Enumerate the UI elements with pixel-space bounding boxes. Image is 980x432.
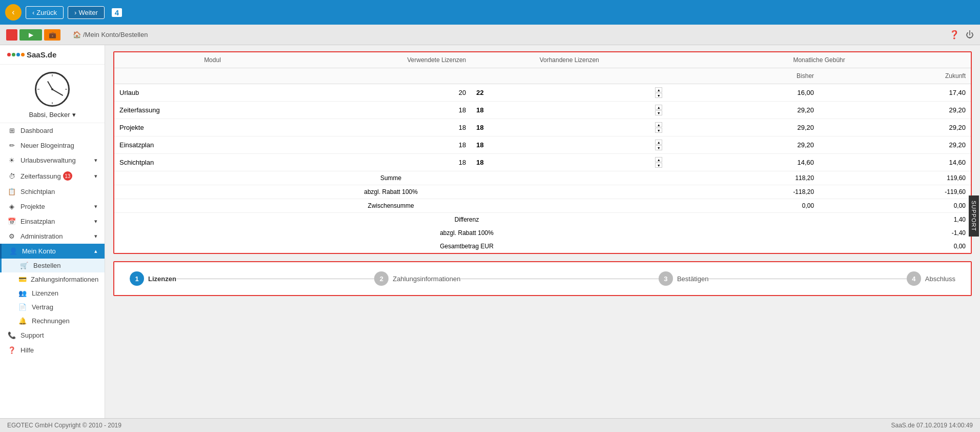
- sidebar-item-urlaubsverwaltung[interactable]: ☀ Urlaubsverwaltung ▾: [0, 153, 105, 168]
- sidebar-sub-bestellen[interactable]: 🛒 Bestellen: [0, 259, 105, 272]
- rabatt2-row: abzgl. Rabatt 100% -1,40: [114, 226, 971, 240]
- rabatt-label: abzgl. Rabatt 100%: [114, 185, 667, 199]
- avail-cell[interactable]: 18 ▲ ▼: [471, 119, 667, 136]
- zwischen-label: Zwischensumme: [114, 199, 667, 213]
- briefcase-button[interactable]: 💼: [44, 29, 60, 41]
- avail-cell[interactable]: 18 ▲ ▼: [471, 136, 667, 154]
- stop-button[interactable]: [6, 29, 17, 41]
- sidebar-logo: SaaS.de: [0, 45, 105, 65]
- clock-icon: [35, 72, 70, 107]
- rechnungen-icon: 🔔: [18, 317, 28, 325]
- sidebar-item-dashboard[interactable]: ⊞ Dashboard: [0, 123, 105, 138]
- konto-icon: 👤: [9, 247, 18, 255]
- zurueck-button[interactable]: ‹ Zurück: [26, 6, 64, 19]
- top-bar: ‹ ‹ Zurück › Weiter 4: [0, 0, 980, 25]
- spinner-up[interactable]: ▲: [655, 87, 662, 92]
- user-name[interactable]: Babsi, Becker ▾: [29, 111, 75, 119]
- sidebar: SaaS.de Babsi, Becker ▾: [0, 45, 105, 418]
- spinner-up[interactable]: ▲: [655, 105, 662, 110]
- step-circle-1: 1: [130, 271, 144, 286]
- zukunft-cell: 29,20: [819, 102, 971, 119]
- zukunft-cell: 14,60: [819, 154, 971, 171]
- dashboard-icon: ⊞: [7, 127, 16, 134]
- sidebar-sub-lizenzen[interactable]: 👥 Lizenzen: [0, 286, 105, 300]
- step-1: 1 Lizenzen: [130, 271, 176, 286]
- summe-zukunft: 119,60: [819, 171, 971, 185]
- spinner-up[interactable]: ▲: [655, 140, 662, 145]
- arrow-icon: ▾: [94, 233, 97, 240]
- modul-cell: Zeiterfassung: [114, 102, 311, 119]
- rabatt2-zukunft: -1,40: [819, 226, 971, 240]
- spinner-down[interactable]: ▼: [655, 163, 662, 168]
- table-row: Zeiterfassung 18 18 ▲ ▼ 29,20: [114, 102, 971, 119]
- sidebar-sub-vertrag[interactable]: 📄 Vertrag: [0, 300, 105, 314]
- blog-icon: ✏: [7, 142, 16, 149]
- sidebar-item-support[interactable]: 📞 Support: [0, 328, 105, 343]
- sidebar-item-zeiterfassung[interactable]: ⏱ Zeiterfassung 13 ▾: [0, 168, 105, 184]
- arrow-icon: ▾: [94, 203, 97, 210]
- help-icon[interactable]: ❓: [949, 30, 959, 40]
- support-tab[interactable]: SUPPORT: [969, 195, 979, 237]
- projekte-icon: ◈: [7, 203, 16, 210]
- sidebar-item-neuer-blogeintrag[interactable]: ✏ Neuer Blogeintrag: [0, 138, 105, 153]
- spinner-up[interactable]: ▲: [655, 122, 662, 127]
- modul-cell: Einsatzplan: [114, 136, 311, 154]
- steps-section: 1 Lizenzen 2 Zahlungsinformationen 3 Bes…: [113, 261, 972, 296]
- sidebar-item-hilfe[interactable]: ❓ Hilfe: [0, 343, 105, 358]
- sidebar-nav: ⊞ Dashboard ✏ Neuer Blogeintrag ☀ Urlaub…: [0, 123, 105, 418]
- sidebar-item-schichtplan[interactable]: 📋 Schichtplan: [0, 184, 105, 199]
- step-badge: 4: [112, 8, 122, 17]
- step-circle-3: 3: [659, 271, 673, 286]
- avatar-area: Babsi, Becker ▾: [0, 65, 105, 123]
- differenz-row: Differenz 1,40: [114, 213, 971, 227]
- footer: EGOTEC GmbH Copyright © 2010 - 2019 SaaS…: [0, 418, 980, 432]
- spinner-down[interactable]: ▼: [655, 93, 662, 98]
- logo-text: SaaS.de: [27, 50, 56, 59]
- step-circle-2: 2: [374, 271, 389, 286]
- sidebar-sub-zahlungsinformationen[interactable]: 💳 Zahlungsinformationen: [0, 272, 105, 286]
- used-cell: 20: [311, 84, 471, 102]
- zwischen-zukunft: 0,00: [819, 199, 971, 213]
- zeit-badge: 13: [63, 171, 72, 181]
- avail-cell[interactable]: 22 ▲ ▼: [471, 84, 667, 102]
- bisher-cell: 16,00: [667, 84, 819, 102]
- lizenzen-icon: 👥: [18, 289, 28, 297]
- play-button[interactable]: ▶: [19, 29, 42, 41]
- spinner-up[interactable]: ▲: [655, 157, 662, 162]
- modul-cell: Schichtplan: [114, 154, 311, 171]
- step-label-3: Bestätigen: [677, 275, 708, 283]
- gesamt-row: Gesamtbetrag EUR 0,00: [114, 240, 971, 253]
- sidebar-sub-rechnungen[interactable]: 🔔 Rechnungen: [0, 314, 105, 328]
- header-monthly: Monatliche Gebühr: [667, 52, 971, 68]
- modul-cell: Projekte: [114, 119, 311, 136]
- header-bisher: Bisher: [667, 68, 819, 84]
- summe-bisher: 118,20: [667, 171, 819, 185]
- spinner-down[interactable]: ▼: [655, 128, 662, 133]
- weiter-button[interactable]: › Weiter: [68, 6, 105, 19]
- differenz-label: Differenz: [114, 213, 819, 227]
- summe-row: Summe 118,20 119,60: [114, 171, 971, 185]
- header-avail: Vorhandene Lizenzen: [471, 52, 667, 68]
- table-row: Schichtplan 18 18 ▲ ▼ 14,60: [114, 154, 971, 171]
- power-icon[interactable]: ⏻: [966, 30, 974, 40]
- back-circle-btn[interactable]: ‹: [5, 4, 22, 21]
- zahlung-icon: 💳: [18, 276, 27, 283]
- spinner-down[interactable]: ▼: [655, 110, 662, 115]
- header-zukunft: Zukunft: [819, 68, 971, 84]
- used-cell: 18: [311, 102, 471, 119]
- support-icon: 📞: [7, 331, 16, 339]
- gesamt-zukunft: 0,00: [819, 240, 971, 253]
- avail-cell[interactable]: 18 ▲ ▼: [471, 102, 667, 119]
- bestellen-icon: 🛒: [20, 262, 29, 269]
- sidebar-item-projekte[interactable]: ◈ Projekte ▾: [0, 199, 105, 214]
- avail-cell[interactable]: 18 ▲ ▼: [471, 154, 667, 171]
- home-icon[interactable]: 🏠: [73, 31, 81, 38]
- urlaub-icon: ☀: [7, 156, 16, 164]
- spinner-down[interactable]: ▼: [655, 145, 662, 150]
- sidebar-item-einsatzplan[interactable]: 📅 Einsatzplan ▾: [0, 214, 105, 229]
- sidebar-item-mein-konto[interactable]: 👤 Mein Konto ▴: [0, 244, 105, 259]
- sidebar-item-administration[interactable]: ⚙ Administration ▾: [0, 229, 105, 244]
- header-modul: Modul: [114, 52, 311, 68]
- arrow-icon: ▴: [94, 248, 97, 254]
- used-cell: 18: [311, 154, 471, 171]
